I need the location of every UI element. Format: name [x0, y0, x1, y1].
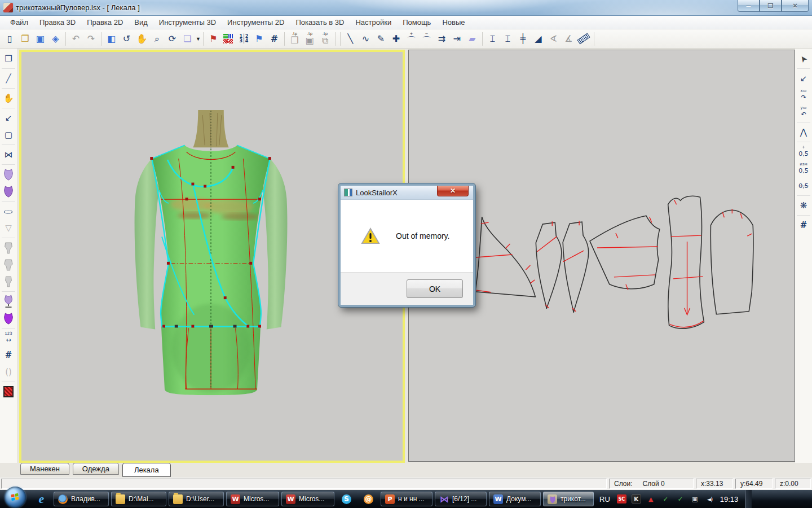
snap-off-icon[interactable]: 0,5: [796, 178, 811, 193]
menu-edit-3d[interactable]: Правка 3D: [34, 16, 81, 28]
shield-dim-icon[interactable]: ▽: [1, 221, 16, 235]
save-icon[interactable]: ▣: [33, 31, 48, 46]
flip-y-icon[interactable]: y▭↶: [796, 105, 811, 120]
menu-view[interactable]: Вид: [129, 16, 153, 28]
taskbar-mailru[interactable]: @: [359, 492, 378, 506]
undo-icon[interactable]: ↶: [68, 31, 83, 46]
roll-dim-icon[interactable]: ▢: [1, 128, 16, 142]
taskbar-firefox[interactable]: Владив...: [54, 492, 109, 506]
angle-arc2-icon[interactable]: ∡: [561, 31, 576, 46]
pencil-icon[interactable]: ✎: [373, 31, 389, 46]
flip-x-icon[interactable]: x▭↷: [796, 88, 811, 103]
close-button[interactable]: ✕: [782, 0, 809, 12]
delete-curve-point-icon[interactable]: −⌒: [419, 31, 434, 46]
volume-icon[interactable]: ◄): [705, 494, 714, 503]
rotate-view-icon[interactable]: ⟳: [165, 31, 180, 46]
menu-settings[interactable]: Настройки: [350, 16, 397, 28]
text-slope-icon[interactable]: ◢: [531, 31, 546, 46]
hand-image-icon[interactable]: ✋: [1, 91, 16, 106]
add-point-icon[interactable]: ✚: [389, 31, 404, 46]
rotate-3d-icon[interactable]: ↺: [119, 31, 134, 46]
updater-icon[interactable]: ▲: [646, 494, 656, 503]
torso-mid-icon[interactable]: [1, 184, 16, 199]
redo-icon[interactable]: ↷: [83, 31, 99, 46]
flag-blue-icon[interactable]: ⚑: [251, 31, 267, 46]
tp-save-icon[interactable]: .tp▣: [302, 31, 317, 46]
tab-clothing[interactable]: Одежда: [73, 463, 119, 475]
pants-dim-icon[interactable]: [1, 240, 16, 255]
taskbar-skype[interactable]: S: [337, 492, 356, 506]
clock[interactable]: 19:13: [720, 495, 739, 503]
split-view-icon[interactable]: ◧: [104, 31, 119, 46]
grid-icon[interactable]: #: [267, 31, 282, 46]
menu-tools-2d[interactable]: Инструменты 2D: [222, 16, 290, 28]
pattern-piece-icon[interactable]: [1, 384, 16, 399]
snap-add-icon[interactable]: +0,5: [796, 144, 811, 159]
chevron-down-icon[interactable]: ▼: [196, 36, 201, 42]
measure-123-icon[interactable]: 123↔: [1, 331, 16, 345]
network-icon[interactable]: ▣: [690, 494, 700, 503]
bracket-dim-icon[interactable]: (): [1, 365, 16, 379]
ellipse-dim-icon[interactable]: ◯: [1, 204, 16, 218]
symmetry-icon[interactable]: ⋈: [1, 147, 16, 162]
align-grid-icon[interactable]: ╪: [515, 31, 531, 46]
color-grid-icon[interactable]: [221, 31, 236, 46]
mannequin-stand-icon[interactable]: [1, 294, 16, 309]
language-indicator[interactable]: RU: [599, 495, 610, 503]
arrow-dim-icon[interactable]: ↙: [1, 111, 16, 125]
taskbar-folder-2[interactable]: D:\User...: [169, 492, 224, 506]
menu-show-3d[interactable]: Показать в 3D: [290, 16, 350, 28]
page-flip-icon[interactable]: ❐: [1, 51, 16, 66]
grid2-icon[interactable]: #: [1, 348, 16, 362]
zoom-icon[interactable]: ⌕: [149, 31, 165, 46]
pants2-dim-icon[interactable]: [1, 257, 16, 272]
start-button[interactable]: [5, 487, 26, 508]
taskbar-powerpoint[interactable]: Pн и нн ...: [381, 492, 433, 506]
show-desktop-button[interactable]: [745, 490, 752, 508]
taskbar-ie[interactable]: e: [32, 492, 51, 506]
size-numbers-icon[interactable]: 1│23│4: [236, 31, 251, 46]
taskbar-folder-1[interactable]: D:\Mai...: [111, 492, 166, 506]
menu-tools-3d[interactable]: Инструменты 3D: [153, 16, 222, 28]
open-file-icon[interactable]: ❒: [17, 31, 33, 46]
ruler-icon[interactable]: [576, 31, 592, 46]
torso-light-icon[interactable]: [1, 167, 16, 182]
tp-open-icon[interactable]: .tp❒: [287, 31, 302, 46]
eraser-icon[interactable]: ▰: [465, 31, 480, 46]
sc-monitor-icon[interactable]: SC: [617, 494, 626, 503]
taskbar-word-red-2[interactable]: WMicros...: [281, 492, 334, 506]
move-points-icon[interactable]: ⇉: [434, 31, 449, 46]
dialog-close-button[interactable]: ✕: [437, 186, 469, 196]
taskbar-lookstailor[interactable]: трикот...: [543, 492, 594, 506]
pan-icon[interactable]: ✋: [134, 31, 149, 46]
pants3-dim-icon[interactable]: [1, 274, 16, 289]
knife-icon[interactable]: ╱: [1, 71, 16, 86]
usb-device-icon[interactable]: ✓: [661, 494, 670, 503]
tp-save-all-icon[interactable]: .tp⧉: [317, 31, 333, 46]
restore-button[interactable]: ❐: [760, 0, 782, 12]
menu-file[interactable]: Файл: [5, 16, 34, 28]
measure-angle-icon[interactable]: ⋀: [796, 125, 811, 139]
menu-new[interactable]: Новые: [436, 16, 470, 28]
kaspersky-icon[interactable]: K: [632, 494, 641, 503]
texture-flag-icon[interactable]: ⚑: [206, 31, 221, 46]
cloud-sync-icon[interactable]: ✓: [676, 494, 685, 503]
ok-button[interactable]: OK: [407, 279, 463, 298]
align-left-icon[interactable]: ⌶: [500, 31, 515, 46]
snap-izm-icon[interactable]: изм0,5: [796, 161, 811, 176]
settings-save-icon[interactable]: ❋: [796, 198, 811, 213]
save-project-icon[interactable]: ◈: [48, 31, 63, 46]
menu-help[interactable]: Помощь: [397, 16, 436, 28]
line-tool-icon[interactable]: ╲: [343, 31, 358, 46]
taskbar-kmplayer[interactable]: ⋈[6/12] ...: [435, 492, 487, 506]
menu-edit-2d[interactable]: Правка 2D: [81, 16, 129, 28]
new-file-icon[interactable]: ▯: [2, 31, 17, 46]
taskbar-word[interactable]: WДокум...: [489, 492, 541, 506]
tab-patterns[interactable]: Лекала: [122, 463, 171, 477]
merge-points-icon[interactable]: ⇥: [449, 31, 465, 46]
angle-arc-icon[interactable]: ∢: [546, 31, 561, 46]
torso-bright-icon[interactable]: [1, 311, 16, 326]
arrow2-dim-icon[interactable]: ↙: [796, 71, 811, 86]
taskbar-word-red-1[interactable]: WMicros...: [226, 492, 279, 506]
align-spacing-icon[interactable]: ⌶: [485, 31, 500, 46]
